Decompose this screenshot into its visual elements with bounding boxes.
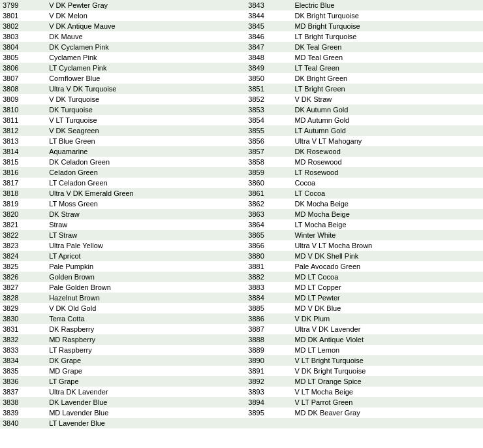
right-color-name: V DK Straw bbox=[292, 94, 483, 104]
left-number: 3825 bbox=[0, 261, 46, 272]
table-row: 3815DK Celadon Green3858MD Rosewood bbox=[0, 157, 483, 167]
table-row: 3839MD Lavender Blue3895MD DK Beaver Gra… bbox=[0, 408, 483, 418]
right-color-name: MD DK Antique Violet bbox=[292, 334, 483, 345]
left-number: 3814 bbox=[0, 146, 46, 157]
right-number: 3885 bbox=[245, 303, 292, 313]
spacer bbox=[238, 188, 246, 199]
right-number: 3858 bbox=[245, 157, 292, 167]
left-number: 3826 bbox=[0, 272, 46, 282]
spacer bbox=[238, 230, 246, 240]
spacer bbox=[238, 418, 246, 428]
spacer bbox=[238, 10, 246, 21]
table-row: 3812V DK Seagreen3855LT Autumn Gold bbox=[0, 125, 483, 136]
right-color-name: DK Rosewood bbox=[292, 146, 483, 157]
spacer bbox=[238, 334, 246, 345]
left-number: 3818 bbox=[0, 188, 46, 199]
left-number: 3811 bbox=[0, 115, 46, 125]
left-number: 3837 bbox=[0, 387, 46, 397]
left-color-name: Aquamarine bbox=[46, 146, 238, 157]
table-row: 3833LT Raspberry3889MD LT Lemon bbox=[0, 345, 483, 355]
right-color-name: Winter White bbox=[292, 230, 483, 240]
right-color-name: V LT Parrot Green bbox=[292, 397, 483, 408]
right-number: 3853 bbox=[245, 104, 292, 115]
right-number: 3893 bbox=[245, 387, 292, 397]
left-color-name: LT Moss Green bbox=[46, 199, 238, 209]
table-row: 3807Cornflower Blue3850DK Bright Green bbox=[0, 73, 483, 84]
right-number: 3890 bbox=[245, 355, 292, 366]
left-color-name: Pale Golden Brown bbox=[46, 282, 238, 293]
spacer bbox=[238, 355, 246, 366]
left-color-name: Cyclamen Pink bbox=[46, 52, 238, 63]
right-number: 3856 bbox=[245, 136, 292, 146]
left-number: 3799 bbox=[0, 0, 46, 10]
table-row: 3825Pale Pumpkin3881Pale Avocado Green bbox=[0, 261, 483, 272]
table-row: 3838DK Lavender Blue3894V LT Parrot Gree… bbox=[0, 397, 483, 408]
left-color-name: Celadon Green bbox=[46, 167, 238, 178]
left-number: 3834 bbox=[0, 355, 46, 366]
left-color-name: MD Lavender Blue bbox=[46, 408, 238, 418]
left-color-name: DK Grape bbox=[46, 355, 238, 366]
right-color-name: MD Autumn Gold bbox=[292, 115, 483, 125]
spacer bbox=[238, 63, 246, 73]
left-color-name: MD Raspberry bbox=[46, 334, 238, 345]
spacer bbox=[238, 387, 246, 397]
left-color-name: Ultra V DK Turquoise bbox=[46, 84, 238, 94]
right-color-name: MD LT Pewter bbox=[292, 293, 483, 303]
left-color-name: Straw bbox=[46, 219, 238, 230]
left-color-name: V DK Pewter Gray bbox=[46, 0, 238, 10]
right-color-name: LT Mocha Beige bbox=[292, 219, 483, 230]
spacer bbox=[238, 136, 246, 146]
left-number: 3824 bbox=[0, 251, 46, 261]
table-row: 3802V DK Antique Mauve3845MD Bright Turq… bbox=[0, 21, 483, 31]
left-number: 3813 bbox=[0, 136, 46, 146]
table-row: 3836LT Grape3892MD LT Orange Spice bbox=[0, 376, 483, 387]
left-number: 3830 bbox=[0, 313, 46, 324]
left-color-name: Hazelnut Brown bbox=[46, 293, 238, 303]
right-color-name: LT Bright Green bbox=[292, 84, 483, 94]
right-number bbox=[245, 418, 292, 428]
spacer bbox=[238, 219, 246, 230]
table-row: 3816Celadon Green3859LT Rosewood bbox=[0, 167, 483, 178]
left-color-name: LT Grape bbox=[46, 376, 238, 387]
left-number: 3815 bbox=[0, 157, 46, 167]
left-color-name: DK Straw bbox=[46, 209, 238, 219]
spacer bbox=[238, 209, 246, 219]
spacer bbox=[238, 303, 246, 313]
right-number: 3850 bbox=[245, 73, 292, 84]
left-number: 3827 bbox=[0, 282, 46, 293]
table-row: 3821Straw3864LT Mocha Beige bbox=[0, 219, 483, 230]
spacer bbox=[238, 366, 246, 376]
table-row: 3834DK Grape3890V LT Bright Turquoise bbox=[0, 355, 483, 366]
right-number: 3854 bbox=[245, 115, 292, 125]
left-number: 3816 bbox=[0, 167, 46, 178]
table-row: 3811V LT Turquoise3854MD Autumn Gold bbox=[0, 115, 483, 125]
right-color-name: DK Bright Turquoise bbox=[292, 10, 483, 21]
right-color-name: LT Autumn Gold bbox=[292, 125, 483, 136]
right-number: 3846 bbox=[245, 31, 292, 42]
left-color-name: V LT Turquoise bbox=[46, 115, 238, 125]
spacer bbox=[238, 272, 246, 282]
left-number: 3806 bbox=[0, 63, 46, 73]
left-color-name: DK Raspberry bbox=[46, 324, 238, 334]
left-color-name: LT Raspberry bbox=[46, 345, 238, 355]
spacer bbox=[238, 0, 246, 10]
right-color-name: DK Autumn Gold bbox=[292, 104, 483, 115]
spacer bbox=[238, 146, 246, 157]
right-number: 3851 bbox=[245, 84, 292, 94]
right-number: 3892 bbox=[245, 376, 292, 387]
right-number: 3859 bbox=[245, 167, 292, 178]
left-number: 3801 bbox=[0, 10, 46, 21]
spacer bbox=[238, 31, 246, 42]
right-number: 3864 bbox=[245, 219, 292, 230]
left-number: 3835 bbox=[0, 366, 46, 376]
table-row: 3801V DK Melon3844DK Bright Turquoise bbox=[0, 10, 483, 21]
right-color-name: V LT Bright Turquoise bbox=[292, 355, 483, 366]
left-color-name: LT Blue Green bbox=[46, 136, 238, 146]
table-row: 3826Golden Brown3882MD LT Cocoa bbox=[0, 272, 483, 282]
spacer bbox=[238, 84, 246, 94]
left-number: 3803 bbox=[0, 31, 46, 42]
right-color-name: MD LT Cocoa bbox=[292, 272, 483, 282]
left-number: 3809 bbox=[0, 94, 46, 104]
left-color-name: Pale Pumpkin bbox=[46, 261, 238, 272]
left-number: 3807 bbox=[0, 73, 46, 84]
